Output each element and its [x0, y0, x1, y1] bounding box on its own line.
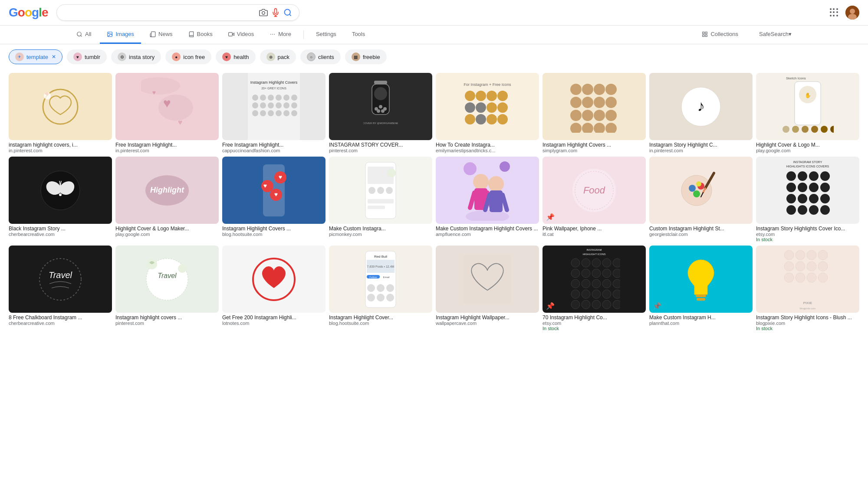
svg-text:INSTAGRAM STORY: INSTAGRAM STORY	[793, 160, 822, 164]
tab-news[interactable]: News	[143, 26, 180, 44]
voice-search-button[interactable]	[271, 8, 280, 17]
svg-point-189	[613, 269, 620, 278]
image-item-2[interactable]: ♥ ♥ ♥ Free Instagram Highlight... in.pin…	[115, 73, 219, 153]
chip-health[interactable]: ♥ health	[216, 49, 255, 64]
google-logo[interactable]: Google	[9, 6, 48, 20]
svg-point-213	[807, 262, 816, 271]
svg-point-61	[476, 91, 486, 101]
image-item-12[interactable]: Make Custom Instagra... picmonkey.com	[329, 157, 432, 242]
settings-link[interactable]: Settings	[309, 26, 343, 44]
tools-link[interactable]: Tools	[345, 26, 372, 44]
svg-rect-31	[260, 95, 266, 101]
chip-pack[interactable]: ⊕ pack	[260, 49, 296, 64]
svg-text:Email: Email	[383, 276, 389, 278]
svg-text:For Instagram + Free Icons: For Instagram + Free Icons	[464, 82, 511, 87]
image-item-16[interactable]: INSTAGRAM STORY HIGHLIGHTS ICONS COVERS	[756, 157, 859, 242]
svg-point-53	[379, 105, 382, 108]
safesearch-link[interactable]: SafeSearch▾	[752, 26, 799, 44]
results-container: instagram highlight covers, i... in.pint…	[0, 69, 868, 338]
svg-point-187	[592, 269, 601, 278]
svg-rect-39	[276, 102, 282, 108]
collections-link[interactable]: Collections	[695, 26, 745, 44]
svg-point-65	[476, 102, 486, 113]
image-item-13[interactable]: Make Custom Instagram Highlight Covers .…	[436, 157, 539, 242]
chip-clients[interactable]: ○ clients	[300, 49, 341, 64]
svg-point-77	[582, 97, 593, 108]
svg-point-14	[274, 34, 275, 35]
svg-rect-49	[374, 81, 387, 84]
svg-rect-46	[283, 110, 289, 116]
svg-point-197	[592, 290, 601, 298]
apps-menu-icon[interactable]	[830, 8, 838, 17]
image-item-3[interactable]: Instagram Highlight Covers 20+ GREY ICON…	[222, 73, 326, 153]
tab-all[interactable]: All	[69, 26, 98, 44]
svg-point-67	[497, 102, 508, 113]
user-avatar[interactable]	[845, 6, 859, 20]
image-item-19[interactable]: Get Free 200 Instagram Highli... lotnote…	[222, 246, 326, 331]
image-item-15[interactable]: Custom Instagram Highlight St... georgie…	[649, 157, 753, 242]
image-item-4[interactable]: COVER BY @MORGANBENE INSTAGRAM STORY COV…	[329, 73, 432, 153]
image-item-6[interactable]: Instagram Highlight Covers ... simplygra…	[542, 73, 646, 153]
image-item-1[interactable]: instagram highlight covers, i... in.pint…	[9, 73, 112, 153]
image-item-14[interactable]: Food 📌 Pink Wallpaper, Iphone ... itl.ca…	[542, 157, 646, 242]
in-stock-badge-4: In stock	[756, 326, 859, 331]
image-item-10[interactable]: Highlight Highlight Cover & Logo Maker..…	[115, 157, 219, 242]
image-item-11[interactable]: ♥ ♥ ♥ Instagram Highlight Covers ... blo…	[222, 157, 326, 242]
svg-rect-15	[703, 32, 704, 33]
image-item-5[interactable]: For Instagram + Free Icons	[436, 73, 539, 153]
tab-books[interactable]: Books	[181, 26, 220, 44]
svg-point-183	[602, 259, 611, 267]
svg-point-117	[386, 187, 393, 194]
svg-rect-35	[291, 95, 297, 101]
svg-rect-45	[276, 110, 282, 116]
search-input[interactable]: instagram highlight cover	[64, 9, 256, 16]
svg-rect-17	[706, 35, 707, 36]
svg-point-212	[796, 262, 805, 271]
chip-template[interactable]: ✈ template ✕	[9, 49, 62, 64]
nav-right: Collections SafeSearch▾	[695, 26, 799, 44]
image-item-23[interactable]: 📌 Make Custom Instagram H... plannthat.c…	[649, 246, 753, 331]
header: Google instagram highlight cover	[0, 0, 868, 26]
search-button[interactable]	[283, 8, 292, 17]
svg-point-198	[602, 290, 611, 298]
svg-point-190	[571, 279, 580, 288]
svg-point-143	[809, 171, 819, 181]
tab-images[interactable]: Images	[100, 26, 141, 44]
image-item-22[interactable]: INSTAGRAM HIGHLIGHT ICONS	[542, 246, 646, 331]
svg-point-203	[602, 300, 611, 309]
chip-freebie[interactable]: ▦ freebie	[345, 49, 387, 64]
svg-text:♥: ♥	[263, 182, 267, 189]
svg-point-135	[696, 181, 701, 187]
svg-point-62	[487, 91, 497, 101]
svg-point-149	[786, 194, 796, 203]
svg-point-69	[476, 114, 486, 124]
tab-more[interactable]: More	[263, 26, 298, 44]
camera-search-button[interactable]	[259, 8, 268, 17]
svg-text:20+ GREY ICONS: 20+ GREY ICONS	[261, 87, 286, 90]
svg-point-9	[109, 33, 110, 34]
svg-point-98	[821, 126, 828, 133]
svg-rect-43	[260, 110, 266, 116]
chip-tumblr[interactable]: ♥ tumblr	[67, 49, 107, 64]
svg-point-208	[796, 250, 805, 260]
svg-point-6	[77, 32, 81, 36]
svg-point-13	[272, 34, 273, 35]
svg-point-97	[811, 126, 818, 133]
image-item-7[interactable]: ♪ Instagram Story Highlight C... in.pint…	[649, 73, 753, 153]
svg-point-172	[377, 284, 385, 292]
tab-videos[interactable]: Videos	[221, 26, 261, 44]
svg-point-1	[285, 10, 290, 15]
svg-point-57	[381, 109, 385, 113]
svg-point-12	[270, 34, 271, 35]
chip-insta-story[interactable]: ⚙ insta story	[111, 49, 161, 64]
image-item-18[interactable]: Travel Instagram highlight covers ... pi…	[115, 246, 219, 331]
svg-rect-38	[268, 102, 274, 108]
chip-icon-free[interactable]: ● icon free	[165, 49, 211, 64]
image-item-24[interactable]: PIXIE blogpixie.com Instagram Story High…	[756, 246, 859, 331]
svg-point-132	[689, 185, 696, 192]
image-item-20[interactable]: Red Bull 7,639 Posts • 12.4M Follow Emai…	[329, 246, 432, 331]
image-item-8[interactable]: Sketch Icons ✋ Highlight Cover & Logo M.…	[756, 73, 859, 153]
image-item-17[interactable]: Travel 8 Free Chalkboard Instagram ... c…	[9, 246, 112, 331]
image-item-9[interactable]: Black Instagram Story ... cherbearcreati…	[9, 157, 112, 242]
image-item-21[interactable]: Instagram Highlight Wallpaper... wallpap…	[436, 246, 539, 331]
